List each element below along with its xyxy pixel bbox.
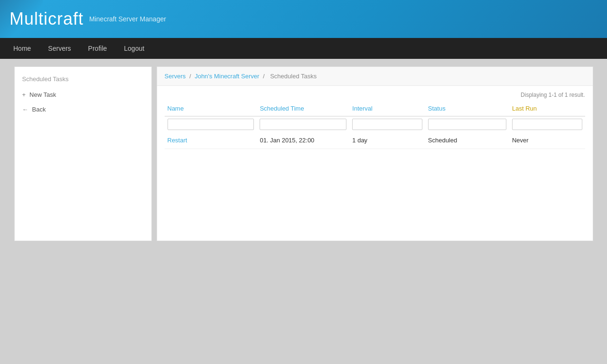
- breadcrumb-servers[interactable]: Servers: [165, 73, 186, 80]
- header: Multicraft Minecraft Server Manager: [0, 0, 607, 38]
- filter-lastrun-input[interactable]: [512, 119, 582, 130]
- display-info: Displaying 1-1 of 1 result.: [165, 92, 585, 98]
- col-header-name[interactable]: Name: [165, 101, 257, 116]
- breadcrumb-current: Scheduled Tasks: [270, 73, 317, 80]
- breadcrumb: Servers / John's Minecraft Server / Sche…: [157, 67, 593, 86]
- navbar: Home Servers Profile Logout: [0, 38, 607, 59]
- sidebar-item-new-task[interactable]: + New Task: [15, 87, 151, 102]
- task-scheduled-time: 01. Jan 2015, 22:00: [257, 132, 349, 149]
- nav-servers[interactable]: Servers: [39, 39, 79, 58]
- back-icon: ←: [22, 106, 28, 113]
- sidebar-item-back[interactable]: ← Back: [15, 102, 151, 117]
- nav-profile[interactable]: Profile: [80, 39, 116, 58]
- table-row: Restart 01. Jan 2015, 22:00 1 day Schedu…: [165, 132, 585, 149]
- col-header-lastrun[interactable]: Last Run: [509, 101, 585, 116]
- nav-home[interactable]: Home: [5, 39, 39, 58]
- filter-interval-input[interactable]: [352, 119, 422, 130]
- sidebar: Scheduled Tasks + New Task ← Back: [14, 66, 152, 241]
- task-name-link[interactable]: Restart: [168, 137, 187, 144]
- breadcrumb-sep-1: /: [189, 73, 193, 80]
- app-title: Multicraft: [9, 9, 84, 29]
- col-header-interval[interactable]: Interval: [349, 101, 425, 116]
- tasks-table: Name Scheduled Time Interval Status Last…: [165, 101, 585, 149]
- nav-logout[interactable]: Logout: [115, 39, 153, 58]
- task-status: Scheduled: [425, 132, 509, 149]
- task-last-run: Never: [509, 132, 585, 149]
- filter-status-input[interactable]: [428, 119, 506, 130]
- sidebar-new-task-label: New Task: [29, 91, 56, 98]
- plus-icon: +: [22, 91, 26, 98]
- filter-name-input[interactable]: [168, 119, 254, 130]
- app-subtitle: Minecraft Server Manager: [89, 15, 166, 23]
- sidebar-back-label: Back: [32, 106, 46, 113]
- table-container: Displaying 1-1 of 1 result. Name Schedul…: [157, 86, 593, 155]
- filter-row: [165, 116, 585, 132]
- table-header-row: Name Scheduled Time Interval Status Last…: [165, 101, 585, 116]
- breadcrumb-sep-2: /: [263, 73, 266, 80]
- main-container: Scheduled Tasks + New Task ← Back Server…: [14, 59, 593, 249]
- col-header-time[interactable]: Scheduled Time: [257, 101, 349, 116]
- sidebar-title: Scheduled Tasks: [15, 72, 151, 87]
- col-header-status[interactable]: Status: [425, 101, 509, 116]
- breadcrumb-server-name[interactable]: John's Minecraft Server: [195, 73, 259, 80]
- task-interval: 1 day: [349, 132, 425, 149]
- content-area: Servers / John's Minecraft Server / Sche…: [157, 66, 593, 241]
- filter-time-input[interactable]: [260, 119, 346, 130]
